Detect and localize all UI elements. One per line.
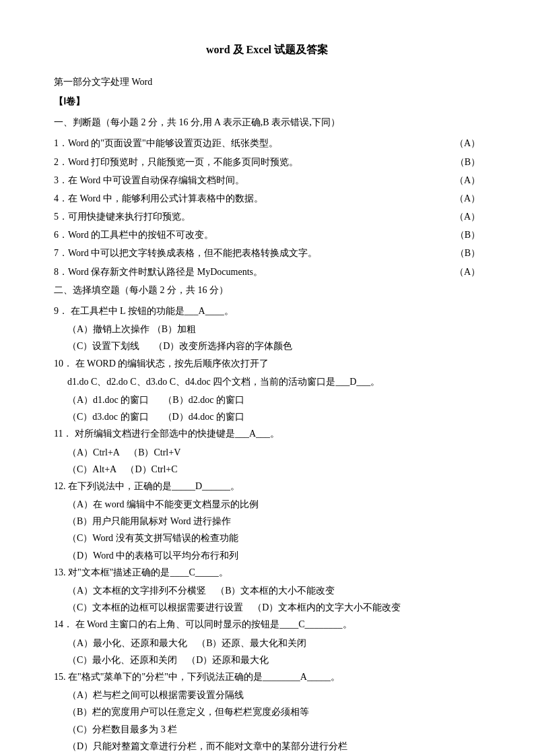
q13-optC: （C）文本框的边框可以根据需要进行设置 xyxy=(67,602,243,612)
q14-optD: （D）还原和最大化 xyxy=(187,655,269,665)
q9-optA: （A）撤销上次操作 xyxy=(67,324,149,334)
q-judge-text-6: 6．Word 的工具栏中的按钮不可改变。 xyxy=(54,226,440,243)
question-judge-1: 1．Word 的"页面设置"中能够设置页边距、纸张类型。 （A） xyxy=(54,135,480,152)
q-judge-text-5: 5．可用快捷键来执行打印预览。 xyxy=(54,208,440,225)
q13-text: 对"文本框"描述正确的是____C_____。 xyxy=(68,567,228,577)
question-14: 14． 在 Word 主窗口的右上角、可以同时显示的按钮是____C______… xyxy=(54,616,480,668)
q-judge-answer-5: （A） xyxy=(440,208,480,225)
question-judge-8: 8．Word 保存新文件时默认路径是 MyDocuments。 （A） xyxy=(54,263,480,280)
q-judge-text-2: 2．Word 打印预览时，只能预览一页，不能多页同时预览。 xyxy=(54,154,440,170)
q14-text: 在 Word 主窗口的右上角、可以同时显示的按钮是____C________。 xyxy=(75,619,352,629)
q-judge-answer-1: （A） xyxy=(440,135,480,152)
q9-optC: （C）设置下划线 xyxy=(67,341,139,351)
q12-optC: （C）Word 没有英文拼写错误的检查功能 xyxy=(67,533,238,543)
q15-optD: （D）只能对整篇文章进行分栏，而不能对文章中的某部分进行分栏 xyxy=(67,741,347,751)
part1-header: 第一部分文字处理 Word xyxy=(54,73,480,90)
q-judge-text-3: 3．在 Word 中可设置自动保存编辑文档时间。 xyxy=(54,172,440,189)
q12-num: 12. xyxy=(54,481,66,491)
q-judge-answer-8: （A） xyxy=(440,263,480,280)
q13-optD: （D）文本框内的文字大小不能改变 xyxy=(253,602,401,612)
q-judge-text-7: 7．Word 中可以把文字转换成表格，但不能把表格转换成文字。 xyxy=(54,245,440,261)
q-judge-answer-2: （B） xyxy=(440,154,480,170)
question-judge-5: 5．可用快捷键来执行打印预览。 （A） xyxy=(54,208,480,225)
question-15: 15. 在"格式"菜单下的"分栏"中，下列说法正确的是________A____… xyxy=(54,668,480,755)
q10-optD: （D）d4.doc 的窗口 xyxy=(163,412,244,422)
q12-text: 在下列说法中，正确的是_____D______。 xyxy=(68,481,240,491)
question-judge-3: 3．在 Word 中可设置自动保存编辑文档时间。 （A） xyxy=(54,172,480,189)
q10-optA: （A）d1.doc 的窗口 xyxy=(67,395,149,405)
q10-optB: （B）d2.doc 的窗口 xyxy=(163,395,244,405)
q-judge-answer-7: （B） xyxy=(440,245,480,261)
q15-optC: （C）分栏数目最多为 3 栏 xyxy=(67,724,177,734)
q9-text: 在工具栏中 L 按钮的功能是___A____。 xyxy=(71,306,234,316)
q11-optC: （C）Alt+A xyxy=(67,464,116,474)
q11-optD: （D）Ctrl+C xyxy=(125,464,177,474)
question-13: 13. 对"文本框"描述正确的是____C_____。 （A）文本框的文字排列不… xyxy=(54,564,480,617)
section2-header: 二、选择填空题（每小题 2 分，共 16 分） xyxy=(54,282,480,298)
q9-optD: （D）改变所选择内容的字体颜色 xyxy=(154,341,292,351)
q-judge-text-1: 1．Word 的"页面设置"中能够设置页边距、纸张类型。 xyxy=(54,135,440,152)
volume-header: 【Ⅰ卷】 xyxy=(54,93,480,110)
q15-optB: （B）栏的宽度用户可以任意定义，但每栏栏宽度必须相等 xyxy=(67,707,309,717)
q14-num: 14． xyxy=(54,619,73,629)
question-11: 11． 对所编辑文档进行全部选中的快捷键是___A___。 （A）Ctrl+A … xyxy=(54,425,480,478)
q12-optB: （B）用户只能用鼠标对 Word 进行操作 xyxy=(67,516,231,526)
q15-num: 15. xyxy=(54,672,66,682)
question-12: 12. 在下列说法中，正确的是_____D______。 （A）在 word 编… xyxy=(54,478,480,564)
q11-text: 对所编辑文档进行全部选中的快捷键是___A___。 xyxy=(75,429,279,439)
q10-text2: d1.do C、d2.do C、d3.do C、d4.doc 四个文档，当前的活… xyxy=(67,377,380,387)
q10-optC: （C）d3.doc 的窗口 xyxy=(67,412,149,422)
q13-num: 13. xyxy=(54,567,66,577)
q-judge-answer-6: （B） xyxy=(440,226,480,243)
q15-optA: （A）栏与栏之间可以根据需要设置分隔线 xyxy=(67,690,244,700)
q14-optC: （C）最小化、还原和关闭 xyxy=(67,655,177,665)
q-judge-answer-3: （A） xyxy=(440,172,480,189)
q10-num: 10． xyxy=(54,358,73,369)
q-judge-answer-4: （A） xyxy=(440,190,480,207)
q9-optB: （B）加粗 xyxy=(152,324,196,334)
question-judge-6: 6．Word 的工具栏中的按钮不可改变。 （B） xyxy=(54,226,480,243)
page-title: word 及 Excel 试题及答案 xyxy=(54,40,480,60)
question-judge-7: 7．Word 中可以把文字转换成表格，但不能把表格转换成文字。 （B） xyxy=(54,245,480,261)
question-10: 10． 在 WORD 的编辑状态，按先后顺序依次打开了 d1.do C、d2.d… xyxy=(54,355,480,426)
q12-optA: （A）在 word 编辑中不能变更文档显示的比例 xyxy=(67,499,259,509)
q11-optB: （B）Ctrl+V xyxy=(129,447,180,458)
q13-optB: （B）文本框的大小不能改变 xyxy=(215,586,335,596)
q11-optA: （A）Ctrl+A xyxy=(67,447,119,458)
q12-optD: （D）Word 中的表格可以平均分布行和列 xyxy=(67,550,238,561)
question-9: 9． 在工具栏中 L 按钮的功能是___A____。 （A）撤销上次操作 （B）… xyxy=(54,303,480,355)
q9-num: 9． xyxy=(54,306,68,316)
q15-text: 在"格式"菜单下的"分栏"中，下列说法正确的是________A_____。 xyxy=(68,672,340,682)
q10-text: 在 WORD 的编辑状态，按先后顺序依次打开了 xyxy=(75,358,269,369)
q-judge-text-4: 4．在 Word 中，能够利用公式计算表格中的数据。 xyxy=(54,190,440,207)
question-judge-4: 4．在 Word 中，能够利用公式计算表格中的数据。 （A） xyxy=(54,190,480,207)
q11-num: 11． xyxy=(54,429,72,439)
section1-header: 一、判断题（每小题 2 分，共 16 分,用 A 表示正确,B 表示错误,下同） xyxy=(54,114,480,131)
q14-optB: （B）还原、最大化和关闭 xyxy=(197,638,306,648)
q-judge-text-8: 8．Word 保存新文件时默认路径是 MyDocuments。 xyxy=(54,263,440,280)
question-judge-2: 2．Word 打印预览时，只能预览一页，不能多页同时预览。 （B） xyxy=(54,154,480,170)
q14-optA: （A）最小化、还原和最大化 xyxy=(67,638,187,648)
q13-optA: （A）文本框的文字排列不分横竖 xyxy=(67,586,206,596)
